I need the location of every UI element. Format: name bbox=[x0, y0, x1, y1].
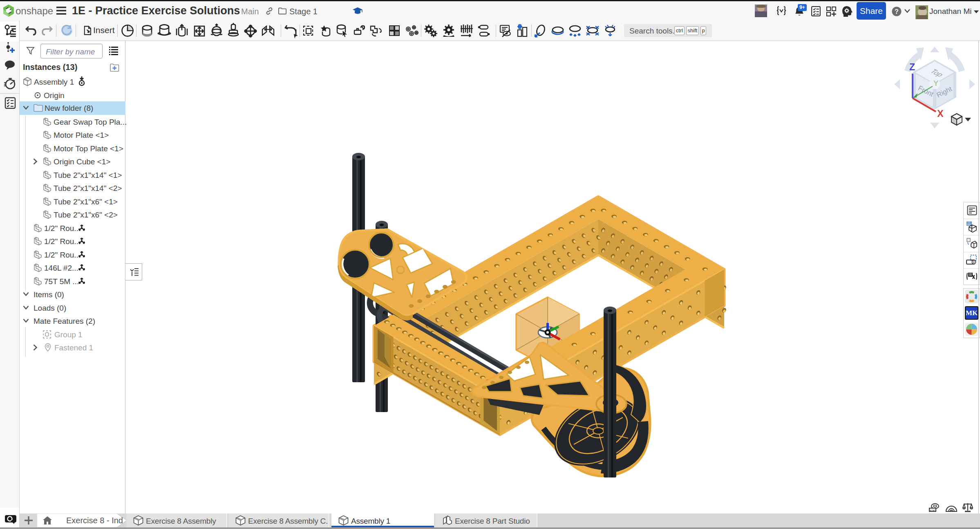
svg-text:Z: Z bbox=[909, 62, 915, 72]
svg-text:Y: Y bbox=[933, 79, 939, 87]
svg-text:X: X bbox=[937, 108, 944, 119]
